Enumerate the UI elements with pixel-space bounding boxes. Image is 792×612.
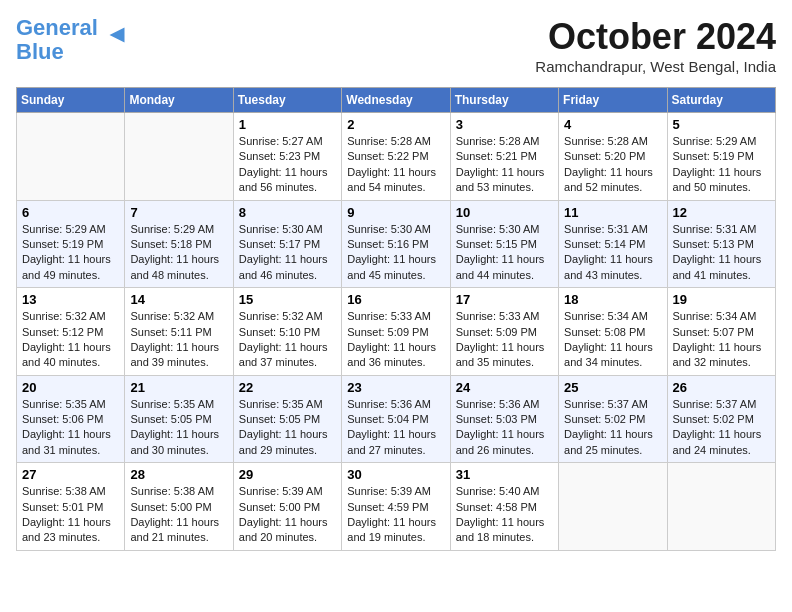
day-number: 1 [239,117,336,132]
calendar-cell [667,463,775,551]
calendar-cell: 21Sunrise: 5:35 AM Sunset: 5:05 PM Dayli… [125,375,233,463]
day-number: 11 [564,205,661,220]
weekday-header: Friday [559,88,667,113]
calendar-week-row: 6Sunrise: 5:29 AM Sunset: 5:19 PM Daylig… [17,200,776,288]
day-info: Sunrise: 5:28 AM Sunset: 5:21 PM Dayligh… [456,134,553,196]
calendar-cell: 31Sunrise: 5:40 AM Sunset: 4:58 PM Dayli… [450,463,558,551]
day-info: Sunrise: 5:30 AM Sunset: 5:16 PM Dayligh… [347,222,444,284]
calendar-cell: 24Sunrise: 5:36 AM Sunset: 5:03 PM Dayli… [450,375,558,463]
calendar-cell: 12Sunrise: 5:31 AM Sunset: 5:13 PM Dayli… [667,200,775,288]
calendar-week-row: 27Sunrise: 5:38 AM Sunset: 5:01 PM Dayli… [17,463,776,551]
day-number: 21 [130,380,227,395]
calendar-cell: 29Sunrise: 5:39 AM Sunset: 5:00 PM Dayli… [233,463,341,551]
day-info: Sunrise: 5:28 AM Sunset: 5:20 PM Dayligh… [564,134,661,196]
day-info: Sunrise: 5:34 AM Sunset: 5:08 PM Dayligh… [564,309,661,371]
day-number: 5 [673,117,770,132]
calendar-cell: 18Sunrise: 5:34 AM Sunset: 5:08 PM Dayli… [559,288,667,376]
page-header: GeneralBlue October 2024 Ramchandrapur, … [16,16,776,75]
calendar-cell: 10Sunrise: 5:30 AM Sunset: 5:15 PM Dayli… [450,200,558,288]
day-number: 23 [347,380,444,395]
day-info: Sunrise: 5:32 AM Sunset: 5:10 PM Dayligh… [239,309,336,371]
day-info: Sunrise: 5:28 AM Sunset: 5:22 PM Dayligh… [347,134,444,196]
weekday-header: Sunday [17,88,125,113]
calendar-cell: 16Sunrise: 5:33 AM Sunset: 5:09 PM Dayli… [342,288,450,376]
calendar-cell: 5Sunrise: 5:29 AM Sunset: 5:19 PM Daylig… [667,113,775,201]
calendar-cell: 4Sunrise: 5:28 AM Sunset: 5:20 PM Daylig… [559,113,667,201]
day-info: Sunrise: 5:35 AM Sunset: 5:05 PM Dayligh… [239,397,336,459]
day-info: Sunrise: 5:32 AM Sunset: 5:11 PM Dayligh… [130,309,227,371]
day-number: 13 [22,292,119,307]
day-number: 14 [130,292,227,307]
day-info: Sunrise: 5:39 AM Sunset: 4:59 PM Dayligh… [347,484,444,546]
calendar-cell: 7Sunrise: 5:29 AM Sunset: 5:18 PM Daylig… [125,200,233,288]
calendar-cell [125,113,233,201]
calendar-cell: 22Sunrise: 5:35 AM Sunset: 5:05 PM Dayli… [233,375,341,463]
day-number: 2 [347,117,444,132]
calendar-cell [559,463,667,551]
weekday-header: Thursday [450,88,558,113]
day-info: Sunrise: 5:34 AM Sunset: 5:07 PM Dayligh… [673,309,770,371]
calendar-cell: 28Sunrise: 5:38 AM Sunset: 5:00 PM Dayli… [125,463,233,551]
calendar-cell: 30Sunrise: 5:39 AM Sunset: 4:59 PM Dayli… [342,463,450,551]
day-info: Sunrise: 5:32 AM Sunset: 5:12 PM Dayligh… [22,309,119,371]
weekday-header: Wednesday [342,88,450,113]
day-info: Sunrise: 5:37 AM Sunset: 5:02 PM Dayligh… [564,397,661,459]
calendar-cell: 14Sunrise: 5:32 AM Sunset: 5:11 PM Dayli… [125,288,233,376]
calendar-cell: 11Sunrise: 5:31 AM Sunset: 5:14 PM Dayli… [559,200,667,288]
day-number: 8 [239,205,336,220]
day-info: Sunrise: 5:35 AM Sunset: 5:05 PM Dayligh… [130,397,227,459]
day-number: 25 [564,380,661,395]
day-info: Sunrise: 5:35 AM Sunset: 5:06 PM Dayligh… [22,397,119,459]
day-number: 15 [239,292,336,307]
day-number: 17 [456,292,553,307]
location: Ramchandrapur, West Bengal, India [535,58,776,75]
calendar-cell: 3Sunrise: 5:28 AM Sunset: 5:21 PM Daylig… [450,113,558,201]
day-info: Sunrise: 5:29 AM Sunset: 5:18 PM Dayligh… [130,222,227,284]
day-number: 12 [673,205,770,220]
day-info: Sunrise: 5:27 AM Sunset: 5:23 PM Dayligh… [239,134,336,196]
day-info: Sunrise: 5:31 AM Sunset: 5:14 PM Dayligh… [564,222,661,284]
day-number: 19 [673,292,770,307]
day-number: 18 [564,292,661,307]
day-info: Sunrise: 5:30 AM Sunset: 5:17 PM Dayligh… [239,222,336,284]
logo-icon [102,26,132,44]
calendar-cell: 19Sunrise: 5:34 AM Sunset: 5:07 PM Dayli… [667,288,775,376]
weekday-header: Saturday [667,88,775,113]
calendar-cell: 26Sunrise: 5:37 AM Sunset: 5:02 PM Dayli… [667,375,775,463]
logo-text: GeneralBlue [16,16,98,64]
day-number: 30 [347,467,444,482]
calendar-cell: 27Sunrise: 5:38 AM Sunset: 5:01 PM Dayli… [17,463,125,551]
day-number: 24 [456,380,553,395]
calendar-week-row: 1Sunrise: 5:27 AM Sunset: 5:23 PM Daylig… [17,113,776,201]
day-info: Sunrise: 5:38 AM Sunset: 5:00 PM Dayligh… [130,484,227,546]
calendar-cell: 2Sunrise: 5:28 AM Sunset: 5:22 PM Daylig… [342,113,450,201]
day-info: Sunrise: 5:40 AM Sunset: 4:58 PM Dayligh… [456,484,553,546]
calendar-header-row: SundayMondayTuesdayWednesdayThursdayFrid… [17,88,776,113]
svg-marker-0 [109,28,124,43]
calendar-cell [17,113,125,201]
calendar-cell: 13Sunrise: 5:32 AM Sunset: 5:12 PM Dayli… [17,288,125,376]
day-number: 26 [673,380,770,395]
day-number: 28 [130,467,227,482]
calendar-week-row: 20Sunrise: 5:35 AM Sunset: 5:06 PM Dayli… [17,375,776,463]
day-number: 20 [22,380,119,395]
calendar-cell: 15Sunrise: 5:32 AM Sunset: 5:10 PM Dayli… [233,288,341,376]
day-info: Sunrise: 5:36 AM Sunset: 5:03 PM Dayligh… [456,397,553,459]
day-info: Sunrise: 5:38 AM Sunset: 5:01 PM Dayligh… [22,484,119,546]
day-info: Sunrise: 5:33 AM Sunset: 5:09 PM Dayligh… [347,309,444,371]
weekday-header: Monday [125,88,233,113]
day-number: 4 [564,117,661,132]
calendar-table: SundayMondayTuesdayWednesdayThursdayFrid… [16,87,776,551]
day-number: 29 [239,467,336,482]
calendar-cell: 25Sunrise: 5:37 AM Sunset: 5:02 PM Dayli… [559,375,667,463]
weekday-header: Tuesday [233,88,341,113]
day-number: 16 [347,292,444,307]
day-info: Sunrise: 5:30 AM Sunset: 5:15 PM Dayligh… [456,222,553,284]
day-number: 7 [130,205,227,220]
day-info: Sunrise: 5:37 AM Sunset: 5:02 PM Dayligh… [673,397,770,459]
calendar-cell: 23Sunrise: 5:36 AM Sunset: 5:04 PM Dayli… [342,375,450,463]
day-number: 10 [456,205,553,220]
title-block: October 2024 Ramchandrapur, West Bengal,… [535,16,776,75]
day-number: 3 [456,117,553,132]
month-title: October 2024 [535,16,776,58]
